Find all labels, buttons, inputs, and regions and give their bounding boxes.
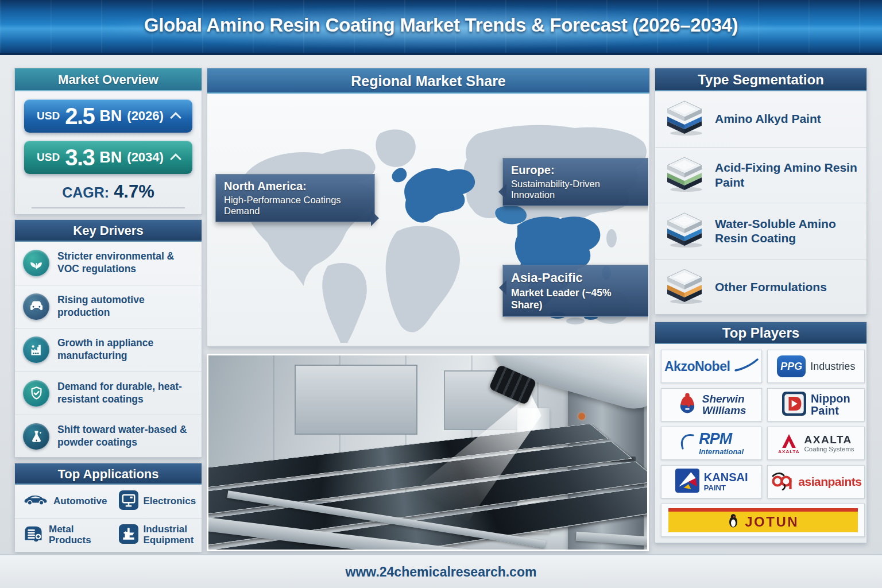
regional-market-share-panel: Regional Market Share [207,68,650,347]
flask-icon [23,423,49,450]
sherwin-williams-logo-text: Sherwin Williams [702,393,746,416]
callout-region: North America: [224,180,366,193]
players-grid: AkzoNobel PPG Industries Sherwin William… [655,344,866,543]
rpm-logo-text: RPM International [699,431,744,456]
key-driver-text: Stricter environmental & VOC regulations [57,250,194,276]
up-arrow-icon [170,112,181,123]
callout-text: High-Performance Coatings Demand [224,195,366,216]
key-driver-text: Demand for durable, heat-resistant coati… [57,381,194,406]
nippon-paint-logo-text: Nippon Paint [811,393,850,417]
rpm-swoosh-icon [679,432,694,454]
key-driver-item: Growth in appliance manufacturing [15,328,202,372]
player-name: KANSAI [704,471,748,483]
indicator-light [578,413,585,420]
metal-products-icon [23,524,44,546]
infographic-canvas: Global Amino Resin Coating Market Trends… [0,0,882,588]
car-side-icon [23,493,48,509]
player-name-line2: Paint [811,405,850,417]
top-banner: Global Amino Resin Coating Market Trends… [0,0,882,55]
application-item: Metal Products [15,519,111,552]
type-segmentation-heading: Type Segmentation [655,68,866,91]
key-driver-item: Demand for durable, heat-resistant coati… [15,372,202,416]
world-map: North America: High-Performance Coatings… [207,94,648,345]
axalta-logo-text: AXALTA Coating Systems [804,434,854,453]
segment-label: Acid-Fixing Amino Resin Paint [715,160,858,189]
top-players-heading: Top Players [655,322,866,344]
footer-bar: www.24chemicalresearch.com [0,554,882,588]
player-name: Sherwin [702,393,746,405]
application-item: Industrial Equipment [111,519,202,552]
player-card-akzonobel: AkzoNobel [661,350,762,383]
year-label-2026: (2026) [127,109,164,123]
player-name-line2: International [699,447,744,456]
industrial-equipment-icon [119,524,138,546]
divider [32,207,185,208]
player-name-line2: PAINT [704,483,748,492]
callout-region: Asia-Pacific [511,270,643,285]
application-item: Automotive [15,485,111,519]
page-title: Global Amino Resin Coating Market Trends… [0,0,882,51]
eco-leaf-icon [23,250,49,276]
axalta-icon-label: AXALTA [778,450,799,454]
top-applications-panel: Top Applications Automotive Electronics … [14,463,202,552]
player-name: RPM [699,431,744,447]
unit-label: BN [99,149,122,167]
key-driver-item: Stricter environmental & VOC regulations [15,242,202,285]
callout-asia-pacific: Asia-Pacific Market Leader (~45% Share) [502,265,648,317]
segment-item: Amino Alkyd Paint [655,91,866,148]
regional-heading: Regional Market Share [207,68,649,94]
player-name-line2: Coating Systems [804,446,854,452]
market-value-2026-button: USD 2.5 BN (2026) [24,99,192,133]
jotun-logo-text: JOTUN [745,514,799,530]
cagr-value: 4.7% [114,181,154,202]
key-drivers-heading: Key Drivers [15,220,202,242]
player-card-rpm: RPM International [661,427,762,460]
player-name: AXALTA [804,434,854,446]
key-driver-item: Rising automotive production [15,285,202,329]
application-label: Automotive [53,496,107,507]
player-card-axalta: AXALTA AXALTA Coating Systems [767,427,865,460]
asian-paints-logo-icon [771,471,794,493]
currency-label: USD [37,151,60,164]
application-label: Electronics [144,496,196,507]
akzonobel-swoosh-icon [734,358,759,375]
monitor-icon [119,490,138,512]
website-link[interactable]: www.24chemicalresearch.com [346,564,537,580]
factory-icon [23,336,49,363]
callout-text: Sustaimability-Driven Innovation [511,179,643,200]
top-applications-grid: Automotive Electronics Metal Products In… [15,485,202,552]
coating-line-photo [207,354,649,551]
jotun-logo-badge: JOTUN [668,508,858,532]
cagr-label: CAGR: [62,184,109,200]
year-label-2034: (2034) [127,150,164,165]
ppg-suffix: Industries [810,361,855,373]
player-card-nippon-paint: Nippon Paint [767,388,865,421]
player-name-line2: Williams [702,405,746,416]
axalta-logo-icon: AXALTA [778,433,799,454]
key-driver-text: Rising automotive production [57,294,194,319]
nippon-paint-logo-icon [782,392,806,418]
ppg-logo-icon: PPG [777,355,806,377]
segment-label: Water-Soluble Amino Resin Coating [715,216,858,246]
key-driver-text: Shift toward water-based & powder coatin… [57,424,194,449]
background-machine [295,365,417,435]
application-item: Electronics [111,485,202,519]
callout-europe: Europe: Sustaimability-Driven Innovation [502,158,648,206]
application-label: Industrial Equipment [144,524,199,546]
segment-item: Acid-Fixing Amino Resin Paint [655,148,866,204]
layer-stack-orange-icon [663,268,706,306]
market-value-2034: 3.3 [65,145,94,171]
key-drivers-panel: Key Drivers Stricter environmental & VOC… [14,219,202,458]
currency-label: USD [37,110,60,122]
market-overview-panel: Market Overview USD 2.5 BN (2026) USD 3.… [14,68,202,215]
application-label: Metal Products [49,524,107,546]
player-card-jotun: JOTUN [661,504,865,537]
sherwin-williams-logo-icon [677,392,698,417]
callout-region: Europe: [511,164,643,177]
shield-check-icon [23,380,49,407]
segment-label: Other Formulations [715,280,827,295]
segment-item: Other Formulations [655,260,866,315]
market-overview-heading: Market Overview [15,68,202,91]
kansai-paint-logo-text: KANSAI PAINT [704,471,748,492]
type-segmentation-panel: Type Segmentation Amino Alkyd Paint Acid… [655,68,867,315]
